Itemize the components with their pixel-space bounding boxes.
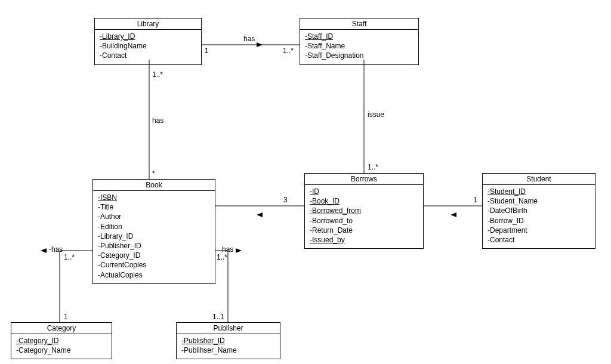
class-student: Student -Student_ID -Student_Name -DateO… bbox=[482, 173, 595, 249]
assoc-book-category bbox=[60, 251, 92, 322]
attr: -Staff_Name bbox=[305, 41, 413, 51]
multiplicity: 1..1 bbox=[212, 313, 224, 321]
class-body-category: -Category_ID -Category_Name bbox=[11, 334, 112, 359]
attr: -Department bbox=[487, 226, 590, 235]
multiplicity: 3 bbox=[283, 196, 288, 204]
assoc-borrows-student-arrow-icon bbox=[450, 212, 456, 217]
multiplicity: 1 bbox=[205, 47, 209, 55]
class-book: Book -ISBN -Title -Author -Edition -Libr… bbox=[92, 179, 215, 284]
assoc-borrows-book-arrow-icon bbox=[257, 212, 263, 217]
attr: -Category_Name bbox=[16, 346, 107, 355]
attr: -DateOfBirth bbox=[487, 206, 590, 215]
class-title-staff: Staff bbox=[300, 18, 418, 30]
class-publisher: Publisher -Publisher_ID -Publihser_Name bbox=[176, 322, 280, 359]
attr: -Author bbox=[98, 212, 210, 221]
multiplicity: 1 bbox=[473, 196, 477, 204]
attr: -Contact bbox=[100, 51, 196, 60]
attr: -Library_ID bbox=[100, 32, 135, 41]
class-title-library: Library bbox=[95, 18, 201, 30]
attr: -Category_ID bbox=[16, 337, 58, 345]
multiplicity: 1..* bbox=[283, 47, 294, 55]
attr: -Student_Name bbox=[487, 196, 590, 206]
attr: -Category_ID bbox=[98, 251, 210, 260]
class-title-publisher: Publisher bbox=[177, 323, 280, 334]
attr: -Borrow_ID bbox=[487, 216, 590, 226]
attr: -Publihser_Name bbox=[181, 346, 275, 355]
assoc-label-issue: issue bbox=[368, 110, 384, 119]
attr: -Issued_by bbox=[310, 236, 345, 244]
attr: -Publisher_ID bbox=[98, 241, 210, 251]
attr: -ActualCopies bbox=[98, 270, 210, 280]
attr: -Contact bbox=[487, 235, 590, 245]
multiplicity: 1..* bbox=[368, 163, 378, 171]
attr: -Staff_ID bbox=[305, 32, 333, 41]
attr: -Book_ID bbox=[310, 197, 340, 205]
assoc-library-staff-arrow-icon bbox=[257, 42, 263, 47]
class-title-category: Category bbox=[11, 323, 112, 334]
multiplicity: 1 bbox=[64, 313, 68, 321]
attr: -Library_ID bbox=[98, 232, 210, 241]
assoc-book-category-arrow-icon bbox=[41, 248, 47, 253]
attr: -BuildingName bbox=[100, 41, 196, 51]
class-library: Library -Library_ID -BuildingName -Conta… bbox=[94, 18, 202, 65]
attr: -Return_Date bbox=[310, 226, 418, 235]
attr: -CurrentCopies bbox=[98, 260, 210, 270]
class-title-book: Book bbox=[93, 180, 215, 191]
assoc-label-has: has bbox=[152, 116, 163, 125]
class-category: Category -Category_ID -Category_Name bbox=[11, 322, 112, 359]
class-borrows: Borrows -ID -Book_ID -Borrowed_from -Bor… bbox=[304, 173, 424, 249]
class-title-borrows: Borrows bbox=[305, 174, 423, 185]
assoc-label-has: has bbox=[222, 245, 233, 254]
class-body-library: -Library_ID -BuildingName -Contact bbox=[95, 30, 201, 64]
assoc-book-publisher-arrow-icon bbox=[236, 248, 242, 253]
class-body-borrows: -ID -Book_ID -Borrowed_from -Borrowed_to… bbox=[305, 185, 423, 248]
multiplicity: * bbox=[152, 169, 155, 178]
attr: -Borrowed_from bbox=[310, 206, 361, 215]
class-body-publisher: -Publisher_ID -Publihser_Name bbox=[177, 334, 280, 359]
attr: -ID bbox=[310, 187, 319, 196]
attr: -Student_ID bbox=[487, 187, 526, 196]
assoc-label-has: -has bbox=[49, 245, 63, 254]
class-staff: Staff -Staff_ID -Staff_Name -Staff_Desig… bbox=[300, 18, 419, 65]
class-body-staff: -Staff_ID -Staff_Name -Staff_Designation bbox=[300, 30, 418, 64]
multiplicity: 1..* bbox=[217, 253, 227, 261]
attr: -Publisher_ID bbox=[181, 337, 225, 345]
attr: -Edition bbox=[98, 222, 210, 232]
assoc-label-has: has bbox=[243, 35, 255, 43]
attr: -ISBN bbox=[98, 193, 117, 202]
class-title-student: Student bbox=[483, 174, 595, 185]
attr: -Title bbox=[98, 202, 210, 212]
multiplicity: 1..* bbox=[64, 253, 75, 261]
class-body-student: -Student_ID -Student_Name -DateOfBirth -… bbox=[483, 185, 595, 248]
attr: -Borrowed_to bbox=[310, 216, 418, 226]
multiplicity: 1..* bbox=[152, 70, 163, 79]
attr: -Staff_Designation bbox=[305, 51, 413, 60]
assoc-book-publisher bbox=[215, 251, 228, 322]
class-body-book: -ISBN -Title -Author -Edition -Library_I… bbox=[93, 191, 215, 283]
